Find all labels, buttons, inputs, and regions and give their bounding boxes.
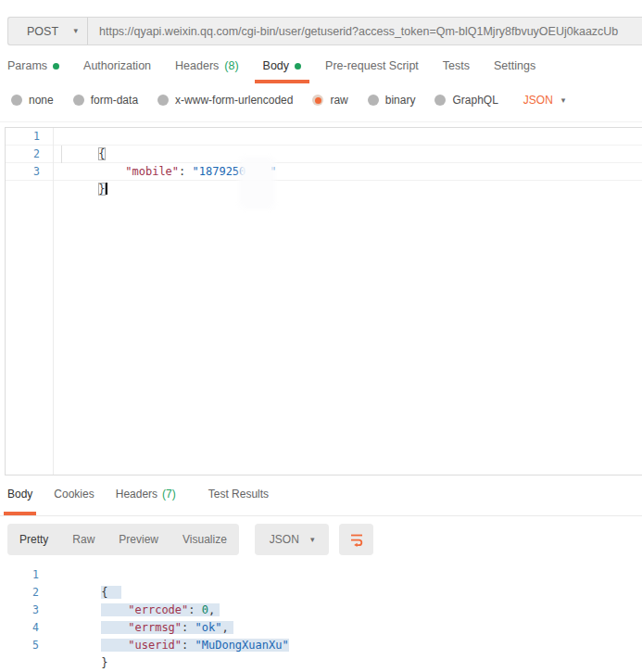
request-url-bar: POST ▾ https://qyapi.weixin.qq.com/cgi-b… (7, 17, 642, 45)
radio-icon (157, 95, 169, 106)
tab-settings[interactable]: Settings (494, 59, 535, 83)
punctuation: : (179, 165, 192, 178)
mode-binary[interactable]: binary (368, 94, 416, 107)
radio-icon (11, 95, 22, 106)
editor-line: 1 { (6, 128, 642, 146)
json-value: "MuDongXuanXu" (195, 639, 289, 652)
tab-label: Headers (116, 488, 157, 501)
headers-count: (7) (162, 488, 176, 501)
url-input[interactable]: https://qyapi.weixin.qq.com/cgi-bin/user… (88, 18, 642, 44)
tab-label: Pre-request Script (325, 59, 419, 72)
response-tab-cookies[interactable]: Cookies (54, 486, 94, 515)
headers-count: (8) (224, 59, 238, 72)
response-tab-headers[interactable]: Headers (7) (116, 486, 176, 515)
redacted-blur (245, 164, 270, 175)
tab-label: Params (7, 59, 47, 72)
close-brace: } (101, 656, 107, 669)
response-tab-body[interactable]: Body (7, 486, 32, 515)
method-label: POST (27, 25, 58, 38)
mode-x-www-form-urlencoded[interactable]: x-www-form-urlencoded (157, 94, 293, 107)
tab-label: Cookies (54, 488, 94, 501)
response-body-viewer[interactable]: 1 { 2 "errcode": 0, 3 "errmsg": "ok", 4 … (0, 566, 642, 654)
response-line: 5 } (0, 637, 642, 654)
tab-body[interactable]: Body (263, 59, 302, 83)
mode-label: form-data (91, 94, 138, 107)
divider (0, 515, 642, 516)
body-mode-row: none form-data x-www-form-urlencoded raw… (11, 94, 565, 107)
json-key: "mobile" (125, 165, 179, 178)
tab-authorization[interactable]: Authorization (83, 59, 151, 83)
tab-label: Settings (494, 59, 535, 72)
line-number: 1 (6, 128, 40, 145)
response-tabs: Body Cookies Headers (7) Test Results (7, 486, 642, 515)
line-number: 2 (6, 146, 40, 162)
mode-label: GraphQL (452, 94, 497, 107)
mode-raw[interactable]: raw (312, 94, 347, 107)
text-cursor (106, 183, 107, 195)
view-raw-button[interactable]: Raw (60, 533, 107, 546)
wrap-lines-button[interactable] (339, 524, 373, 555)
response-tab-test-results[interactable]: Test Results (208, 486, 269, 515)
line-number: 4 (0, 619, 39, 637)
tab-label: Test Results (208, 488, 269, 501)
punctuation: : (182, 639, 195, 652)
response-language-dropdown[interactable]: JSON ▾ (255, 524, 330, 555)
tab-label: Body (263, 59, 290, 72)
gutter-divider (53, 128, 54, 475)
line-number: 3 (0, 602, 39, 619)
tab-tests[interactable]: Tests (443, 59, 470, 83)
radio-icon (73, 95, 84, 106)
tab-pre-request-script[interactable]: Pre-request Script (325, 59, 419, 83)
view-visualize-button[interactable]: Visualize (170, 533, 239, 546)
line-number: 3 (6, 163, 40, 180)
response-line: 3 "errmsg": "ok", (0, 602, 642, 619)
request-tabs: Params Authorization Headers (8) Body Pr… (7, 59, 535, 83)
mode-label: none (29, 94, 54, 107)
response-line: 2 "errcode": 0, (0, 584, 642, 602)
green-dot-icon (295, 63, 301, 70)
line-number: 1 (0, 566, 39, 584)
tab-params[interactable]: Params (7, 59, 59, 83)
raw-language-dropdown[interactable]: JSON ▾ (523, 94, 566, 107)
view-preview-button[interactable]: Preview (107, 533, 170, 546)
response-line: 1 { (0, 566, 642, 584)
radio-selected-icon (312, 95, 323, 106)
view-mode-group: Pretty Raw Preview Visualize (7, 524, 239, 555)
language-label: JSON (270, 533, 299, 546)
mode-label: binary (385, 94, 416, 107)
tab-headers[interactable]: Headers (8) (175, 59, 239, 83)
json-key: "userid" (128, 639, 182, 652)
tab-label: Body (7, 488, 32, 501)
tab-label: Headers (175, 59, 219, 72)
editor-line: 3 } (6, 163, 642, 181)
mode-label: raw (330, 94, 347, 107)
json-value: "1879250 (193, 165, 246, 178)
mode-form-data[interactable]: form-data (73, 94, 138, 107)
request-body-editor[interactable]: 1 { 2 "mobile": "1879250" 3 } (5, 127, 642, 475)
indent-guide (61, 146, 62, 163)
close-brace: } (98, 183, 105, 196)
view-pretty-button[interactable]: Pretty (7, 533, 60, 546)
mode-graphql[interactable]: GraphQL (434, 94, 497, 107)
method-dropdown[interactable]: POST ▾ (8, 18, 87, 44)
mode-label: x-www-form-urlencoded (175, 94, 293, 107)
language-label: JSON (523, 94, 553, 107)
tab-label: Tests (443, 59, 470, 72)
green-dot-icon (53, 63, 59, 70)
response-line: 4 "userid": "MuDongXuanXu" (0, 619, 642, 637)
mode-none[interactable]: none (11, 94, 54, 107)
line-number: 2 (0, 584, 39, 602)
tab-label: Authorization (83, 59, 151, 72)
editor-line: 2 "mobile": "1879250" (6, 146, 642, 163)
chevron-down-icon: ▾ (73, 27, 78, 35)
response-toolbar: Pretty Raw Preview Visualize JSON ▾ (7, 524, 373, 555)
chevron-down-icon: ▾ (561, 96, 566, 105)
divider (0, 121, 642, 122)
radio-icon (368, 95, 379, 106)
radio-icon (434, 95, 446, 106)
chevron-down-icon: ▾ (310, 536, 315, 544)
line-number: 5 (0, 637, 39, 654)
wrap-lines-icon (349, 532, 364, 547)
